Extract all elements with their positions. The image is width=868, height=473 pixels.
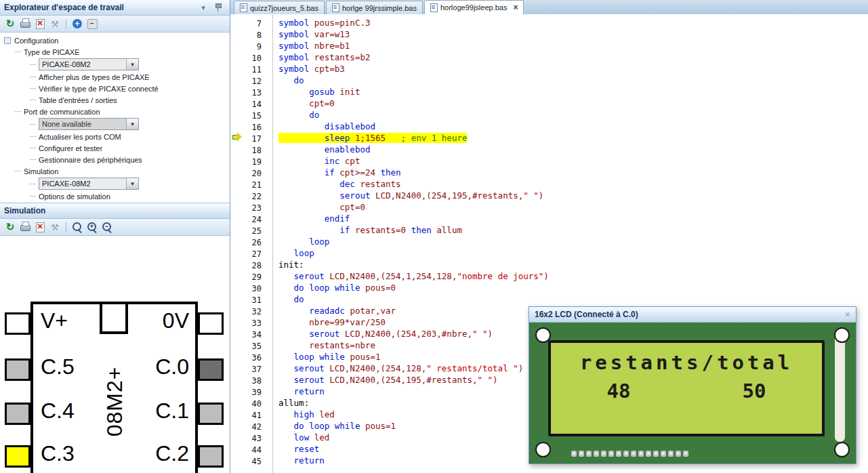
tree-item-label: Table d'entrées / sorties <box>39 96 117 104</box>
code-line-7[interactable]: 7symbol pous=pinC.3 <box>230 17 868 28</box>
tree-dropdown[interactable]: PICAXE-08M2 <box>0 177 230 190</box>
code-line-30[interactable]: 30 do loop while pous=0 <box>230 282 868 293</box>
workspace-explorer-panel: Explorateur d'espace de travail Configur… <box>0 0 230 203</box>
dropdown-select[interactable]: PICAXE-08M2 <box>39 58 139 70</box>
simulation-header[interactable]: Simulation <box>0 203 230 219</box>
close-icon[interactable]: × <box>845 309 850 320</box>
wrench-icon[interactable] <box>49 18 61 30</box>
picaxe-chip[interactable]: V+0VC.5C.0C.4C.1C.3C.2 08M2+ <box>30 302 198 473</box>
workspace-explorer-header[interactable]: Explorateur d'espace de travail <box>0 0 230 16</box>
code-line-31[interactable]: 31 do <box>230 293 868 305</box>
pin-icon[interactable] <box>212 1 224 14</box>
simulation-panel: Simulation V+0VC.5C.0C.4C.1C.3C.2 08M2+ <box>0 203 230 473</box>
line-number: 13 <box>230 88 272 98</box>
tree-item[interactable]: Actualiser les ports COM <box>0 131 230 142</box>
tab-close-icon[interactable]: × <box>513 3 518 12</box>
tab-horlge-99jrssimple-bas[interactable]: horlge 99jrssimple.bas <box>326 1 423 14</box>
dropdown-arrow-icon[interactable] <box>126 119 138 129</box>
zoom-in-icon[interactable] <box>86 221 98 233</box>
tree-item[interactable]: Simulation <box>0 165 230 177</box>
tree-item[interactable]: Afficher plus de types de PICAXE <box>0 71 230 83</box>
tree-item[interactable]: Vérifier le type de PICAXE connecté <box>0 83 230 94</box>
dropdown-arrow-icon[interactable] <box>126 178 138 189</box>
pin-C.5[interactable] <box>5 358 30 381</box>
tab-horloge99jsleep-bas[interactable]: horloge99jsleep.bas× <box>424 0 524 14</box>
code-line-8[interactable]: 8symbol var=w13 <box>230 28 868 40</box>
lcd-pin-pad <box>616 451 621 457</box>
pin-C.4[interactable] <box>5 403 30 425</box>
tree-dropdown[interactable]: PICAXE-08M2 <box>0 58 230 71</box>
tree-item[interactable]: Port de communication <box>0 106 230 117</box>
zoom-out-icon[interactable] <box>101 221 113 233</box>
code-line-13[interactable]: 13 gosub init <box>230 86 868 98</box>
code-line-25[interactable]: 25 if restants=0 then allum <box>230 224 868 236</box>
print-icon[interactable] <box>19 221 31 233</box>
code-line-14[interactable]: 14 cpt=0 <box>230 98 868 109</box>
tree-item[interactable]: Configurer et tester <box>0 142 230 154</box>
dropdown-value: None available <box>39 120 126 128</box>
code-line-22[interactable]: 22 serout LCD,N2400,(254,195,#restants,"… <box>230 190 868 201</box>
code-line-29[interactable]: 29 serout LCD,N2400,(254,1,254,128,"nomb… <box>230 270 868 282</box>
pin-C.3[interactable] <box>5 445 30 468</box>
export-pdf-icon[interactable] <box>34 221 46 233</box>
code-line-15[interactable]: 15 do <box>230 109 868 121</box>
tree-item[interactable]: Table d'entrées / sorties <box>0 94 230 106</box>
code-line-17[interactable]: 17 sleep 1;1565 ; env 1 heure <box>230 132 868 144</box>
screw-hole-icon <box>535 442 551 457</box>
dropdown-select[interactable]: PICAXE-08M2 <box>39 178 139 190</box>
collapse-icon[interactable] <box>86 18 98 30</box>
pin-0V[interactable] <box>198 312 224 335</box>
tree-item[interactable]: Gestionnaire des périphériques <box>0 154 230 165</box>
tree-item[interactable]: Configuration <box>0 35 230 46</box>
lcd-pin-pad <box>571 451 577 457</box>
code-line-28[interactable]: 28init: <box>230 259 868 270</box>
pin-label-V+: V+ <box>41 308 68 333</box>
tree-item[interactable]: Type de PICAXE <box>0 46 230 58</box>
pin-label-C.4: C.4 <box>41 398 75 424</box>
code-editor[interactable]: 7symbol pous=pinC.38symbol var=w139symbo… <box>230 14 868 473</box>
code-line-9[interactable]: 9symbol nbre=b1 <box>230 40 868 52</box>
code-line-16[interactable]: 16 disablebod <box>230 121 868 132</box>
code-line-12[interactable]: 12 do <box>230 75 868 86</box>
pin-C.0[interactable] <box>198 358 224 381</box>
code-line-19[interactable]: 19 inc cpt <box>230 155 868 167</box>
tab-quizz7joueurs_5-bas[interactable]: quizz7joueurs_5.bas <box>234 1 325 14</box>
document-icon <box>332 3 339 12</box>
refresh-icon[interactable] <box>4 18 16 30</box>
tree-item[interactable]: Options de simulation <box>0 190 230 202</box>
code-line-20[interactable]: 20 if cpt>=24 then <box>230 167 868 178</box>
pin-C.2[interactable] <box>198 445 224 468</box>
export-pdf-icon[interactable] <box>34 18 46 30</box>
tree-item-label: Afficher plus de types de PICAXE <box>39 73 150 81</box>
chevron-down-icon[interactable] <box>197 1 209 14</box>
add-icon[interactable] <box>71 18 83 30</box>
print-icon[interactable] <box>19 18 31 30</box>
wrench-icon[interactable] <box>49 221 61 233</box>
code-line-27[interactable]: 27 loop <box>230 247 868 259</box>
code-line-26[interactable]: 26 loop <box>230 236 868 247</box>
document-icon <box>430 3 438 12</box>
code-text: loop while pous=1 <box>278 352 381 362</box>
dropdown-arrow-icon[interactable] <box>126 59 138 70</box>
pin-C.1[interactable] <box>198 403 224 425</box>
simulation-title: Simulation <box>4 206 45 215</box>
code-line-10[interactable]: 10symbol restants=b2 <box>230 52 868 63</box>
code-text: return <box>278 386 325 396</box>
code-line-11[interactable]: 11symbol cpt=b3 <box>230 63 868 75</box>
lcd-screen: restants/total 48 50 <box>548 340 825 436</box>
screw-hole-icon <box>834 442 850 457</box>
pin-label-C.2: C.2 <box>155 441 189 466</box>
code-line-24[interactable]: 24 endif <box>230 213 868 224</box>
line-number: 35 <box>230 342 272 351</box>
pin-V+[interactable] <box>5 312 30 335</box>
code-line-23[interactable]: 23 cpt=0 <box>230 201 868 213</box>
dropdown-select[interactable]: None available <box>39 118 139 130</box>
code-line-18[interactable]: 18 enablebod <box>230 144 868 155</box>
refresh-icon[interactable] <box>4 221 16 233</box>
code-line-21[interactable]: 21 dec restants <box>230 178 868 190</box>
tree-dropdown[interactable]: None available <box>0 117 230 131</box>
tree-item-label: Gestionnaire des périphériques <box>39 156 142 164</box>
lcd-window-titlebar[interactable]: 16x2 LCD (Connecté à C.0) × <box>529 307 856 323</box>
tree-item-label: Type de PICAXE <box>24 48 80 56</box>
zoom-icon[interactable] <box>71 221 83 233</box>
